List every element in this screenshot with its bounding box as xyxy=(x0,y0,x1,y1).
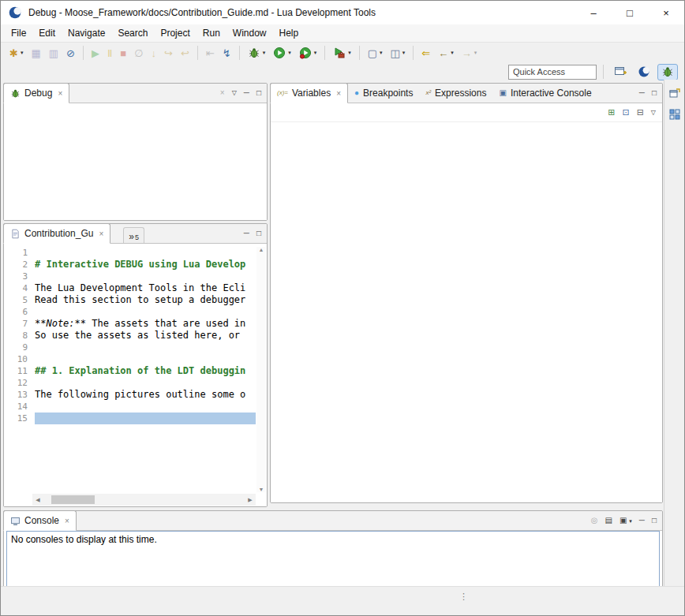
skip-all-breakpoints-button[interactable]: ⊘ xyxy=(63,44,78,62)
close-tab-icon[interactable]: × xyxy=(99,230,103,238)
menu-search[interactable]: Search xyxy=(111,25,154,41)
open-task-button[interactable]: ▢▾ xyxy=(365,44,386,62)
open-task-dropdown-icon[interactable]: ▾ xyxy=(380,50,383,56)
new-dropdown-icon[interactable]: ▾ xyxy=(21,50,24,56)
external-tools-button[interactable]: ▾ xyxy=(330,44,354,62)
pin-editor-dropdown-icon[interactable]: ▾ xyxy=(402,50,406,56)
menu-window[interactable]: Window xyxy=(226,25,273,41)
coverage-button[interactable]: ▾ xyxy=(296,44,320,62)
editor-line-1[interactable] xyxy=(35,247,256,259)
close-tab-icon[interactable]: × xyxy=(336,89,341,98)
view-menu-icon[interactable]: ▽ xyxy=(651,110,656,116)
editor-line-13[interactable]: The following pictures outline some o xyxy=(35,389,256,401)
maximize-view-button[interactable]: □ xyxy=(256,89,261,97)
collapse-all-button[interactable]: ⊟ xyxy=(637,108,644,117)
editor-tab-overflow[interactable]: » 5 xyxy=(123,227,144,243)
menu-navigate[interactable]: Navigate xyxy=(62,25,111,41)
tab-console[interactable]: Console × xyxy=(3,510,77,531)
menu-run[interactable]: Run xyxy=(197,25,226,41)
run-dropdown-icon[interactable]: ▾ xyxy=(288,50,291,56)
editor-line-14[interactable] xyxy=(35,401,256,413)
overflow-count: 5 xyxy=(135,234,139,241)
menu-edit[interactable]: Edit xyxy=(32,25,62,41)
editor-line-7[interactable]: **Note:** The assets that are used in xyxy=(35,318,256,330)
editor-line-11[interactable]: ## 1. Explanation of the LDT debuggin xyxy=(35,365,256,377)
maximize-view-button[interactable]: □ xyxy=(256,230,261,237)
minimize-view-button[interactable]: ─ xyxy=(639,517,645,525)
editor-line-15[interactable] xyxy=(35,413,256,424)
menu-project[interactable]: Project xyxy=(154,25,196,41)
minimize-view-button[interactable]: ─ xyxy=(244,89,249,97)
scrollbar-thumb[interactable] xyxy=(51,495,95,504)
scroll-right-icon[interactable]: ▶ xyxy=(245,497,256,502)
editor-line-3[interactable] xyxy=(35,271,256,282)
run-button[interactable]: ▾ xyxy=(270,44,294,62)
close-tab-icon[interactable]: × xyxy=(58,89,62,98)
menu-file[interactable]: File xyxy=(5,25,32,41)
debug-perspective-button[interactable] xyxy=(657,64,678,80)
use-step-filters-button[interactable]: ↯ xyxy=(219,44,234,62)
open-console-dropdown-icon[interactable]: ▾ xyxy=(629,518,632,524)
new-button[interactable]: ✱▾ xyxy=(6,44,26,62)
view-menu-icon[interactable]: ▽ xyxy=(232,90,237,96)
scrollbar-track[interactable] xyxy=(43,494,245,506)
show-type-names-button[interactable]: ⊡ xyxy=(622,108,629,117)
editor-line-9[interactable] xyxy=(35,342,256,353)
open-perspective-button[interactable] xyxy=(610,64,631,80)
maximize-view-button[interactable]: □ xyxy=(652,89,657,97)
tab-debug[interactable]: Debug × xyxy=(3,83,69,103)
external-tools-dropdown-icon[interactable]: ▾ xyxy=(348,50,351,56)
horizontal-scrollbar[interactable]: ◀ ▶ xyxy=(32,494,256,506)
minimize-view-button[interactable]: ─ xyxy=(244,230,249,237)
editor-gutter[interactable]: 123456789101112131415 xyxy=(4,247,28,424)
scroll-up-icon[interactable]: ▲ xyxy=(259,247,264,252)
tab-expressions[interactable]: x²Expressions xyxy=(419,84,492,103)
last-edit-location-button[interactable]: ⇐ xyxy=(418,44,433,62)
ldt-perspective-button[interactable] xyxy=(634,64,654,80)
coverage-dropdown-icon[interactable]: ▾ xyxy=(314,50,317,56)
editor-line-8[interactable]: So use the assets as listed here, or xyxy=(35,330,256,342)
window-close-button[interactable]: × xyxy=(648,1,684,24)
ldt-perspective-icon xyxy=(638,65,650,78)
pin-editor-button[interactable]: ◫▾ xyxy=(387,44,409,62)
tab-breakpoints[interactable]: ●Breakpoints xyxy=(348,84,419,103)
console-view-header: Console × ◎ ▤ ▣▾ ─ □ xyxy=(4,511,662,531)
show-logical-structure-button[interactable]: ⊞ xyxy=(608,108,615,117)
display-selected-console-button[interactable]: ▤ xyxy=(605,517,612,525)
window-minimize-button[interactable]: – xyxy=(575,1,612,24)
editor-line-4[interactable]: The Lua Development Tools in the Ecli xyxy=(35,282,256,294)
maximize-view-button[interactable]: □ xyxy=(652,517,657,525)
scroll-down-icon[interactable]: ▼ xyxy=(259,487,264,492)
line-number: 9 xyxy=(4,342,28,353)
editor-line-10[interactable] xyxy=(35,353,256,365)
app-logo-icon xyxy=(8,6,22,20)
back-button[interactable]: ←▾ xyxy=(435,44,457,62)
restore-minimized-view-button[interactable] xyxy=(667,85,683,101)
vertical-scrollbar[interactable]: ▲ ▼ xyxy=(256,247,266,492)
window-maximize-button[interactable]: □ xyxy=(612,1,648,24)
minimized-view-button[interactable] xyxy=(667,106,683,122)
forward-dropdown-icon[interactable]: ▾ xyxy=(474,50,477,56)
status-bar: ⋮ xyxy=(1,586,684,615)
editor-line-5[interactable]: Read this section to setup a debugger xyxy=(35,294,256,306)
editor-code[interactable]: # Interactive DEBUG using Lua DevelopThe… xyxy=(35,247,256,424)
editor-line-2[interactable]: # Interactive DEBUG using Lua Develop xyxy=(35,259,256,271)
menu-help[interactable]: Help xyxy=(273,25,305,41)
open-console-button[interactable]: ▣▾ xyxy=(619,517,632,525)
editor-line-6[interactable] xyxy=(35,306,256,318)
close-tab-icon[interactable]: × xyxy=(65,517,69,525)
debug-dropdown-icon[interactable]: ▾ xyxy=(263,50,266,56)
quick-access-input[interactable] xyxy=(508,65,597,80)
debug-button[interactable]: ▾ xyxy=(245,44,269,62)
back-dropdown-icon[interactable]: ▾ xyxy=(451,50,454,56)
minimize-view-button[interactable]: ─ xyxy=(639,89,645,97)
new-icon: ✱ xyxy=(9,48,18,58)
drag-handle-icon[interactable]: ⋮ xyxy=(459,592,468,601)
tab-label: Debug xyxy=(24,88,52,99)
tab-interactive-console[interactable]: ▣Interactive Console xyxy=(492,84,597,103)
toolbar-separator xyxy=(197,46,198,60)
editor-line-12[interactable] xyxy=(35,377,256,389)
tab-variables[interactable]: (x)=Variables× xyxy=(270,83,348,103)
tab-contribution-guide[interactable]: Contribution_Gu × xyxy=(3,223,110,244)
scroll-left-icon[interactable]: ◀ xyxy=(32,497,43,502)
